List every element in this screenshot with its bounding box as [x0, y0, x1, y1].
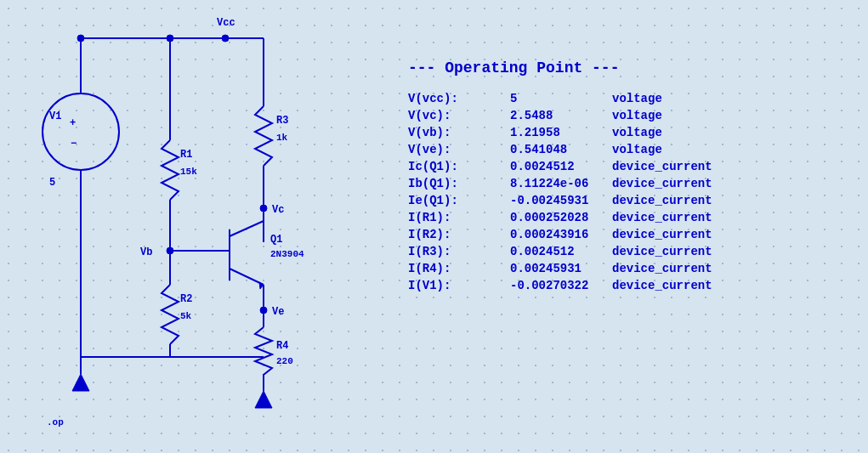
- result-label-9: I(R3):: [408, 243, 493, 260]
- result-label-3: V(ve):: [408, 141, 493, 158]
- r1-label: R1: [180, 149, 192, 161]
- q1-label: Q1: [270, 234, 282, 246]
- result-row-0: V(vcc):5voltage: [408, 90, 712, 107]
- vb-label: Vb: [140, 246, 152, 258]
- result-unit-3: voltage: [604, 141, 712, 158]
- result-unit-6: device_current: [604, 192, 712, 209]
- result-unit-4: device_current: [604, 158, 712, 175]
- op-command: .op: [47, 417, 64, 428]
- result-unit-0: voltage: [604, 90, 712, 107]
- result-label-1: V(vc):: [408, 107, 493, 124]
- v1-symbol: [43, 93, 119, 170]
- r1-symbol: [162, 140, 179, 200]
- v1-plus: +: [70, 117, 76, 129]
- result-row-5: Ib(Q1):8.11224e-06device_current: [408, 175, 712, 192]
- ground-right: [255, 391, 272, 408]
- result-unit-2: voltage: [604, 124, 712, 141]
- result-unit-10: device_current: [604, 260, 712, 277]
- result-unit-9: device_current: [604, 243, 712, 260]
- result-unit-11: device_current: [604, 277, 712, 294]
- result-value-1: 2.5488: [493, 107, 604, 124]
- result-unit-5: device_current: [604, 175, 712, 192]
- result-value-9: 0.0024512: [493, 243, 604, 260]
- results-table: V(vcc):5voltageV(vc):2.5488voltageV(vb):…: [408, 90, 712, 294]
- r1-value: 15k: [180, 167, 197, 177]
- v1-label: V1: [49, 110, 61, 122]
- r3-value: 1k: [276, 133, 288, 143]
- result-label-7: I(R1):: [408, 209, 493, 226]
- result-value-5: 8.11224e-06: [493, 175, 604, 192]
- result-row-3: V(ve):0.541048voltage: [408, 141, 712, 158]
- v1-value: 5: [49, 177, 55, 189]
- ve-label: Ve: [272, 306, 284, 318]
- result-label-11: I(V1):: [408, 277, 493, 294]
- result-value-0: 5: [493, 90, 604, 107]
- r4-label: R4: [276, 340, 288, 352]
- result-value-6: -0.00245931: [493, 192, 604, 209]
- results-title: --- Operating Point ---: [408, 59, 850, 76]
- result-row-9: I(R3):0.0024512device_current: [408, 243, 712, 260]
- result-value-4: 0.0024512: [493, 158, 604, 175]
- result-unit-1: voltage: [604, 107, 712, 124]
- svg-line-15: [230, 221, 264, 236]
- result-label-2: V(vb):: [408, 124, 493, 141]
- r2-symbol: [162, 285, 179, 344]
- r2-value: 5k: [180, 311, 192, 321]
- result-row-2: V(vb):1.21958voltage: [408, 124, 712, 141]
- result-unit-8: device_current: [604, 226, 712, 243]
- result-row-6: Ie(Q1):-0.00245931device_current: [408, 192, 712, 209]
- circuit-diagram: Vcc V1 + − 5 R1 15k Vb R2 5k R3 1k Vc: [0, 0, 391, 453]
- result-row-1: V(vc):2.5488voltage: [408, 107, 712, 124]
- ground-left: [72, 374, 89, 391]
- result-value-10: 0.00245931: [493, 260, 604, 277]
- results-panel: --- Operating Point --- V(vcc):5voltageV…: [391, 51, 867, 303]
- result-row-11: I(V1):-0.00270322device_current: [408, 277, 712, 294]
- result-row-10: I(R4):0.00245931device_current: [408, 260, 712, 277]
- result-label-8: I(R2):: [408, 226, 493, 243]
- result-label-5: Ib(Q1):: [408, 175, 493, 192]
- result-value-8: 0.000243916: [493, 226, 604, 243]
- result-value-11: -0.00270322: [493, 277, 604, 294]
- result-label-10: I(R4):: [408, 260, 493, 277]
- r4-symbol: [255, 327, 272, 375]
- vcc-label: Vcc: [217, 17, 235, 29]
- r2-label: R2: [180, 293, 192, 305]
- result-row-8: I(R2):0.000243916device_current: [408, 226, 712, 243]
- result-unit-7: device_current: [604, 209, 712, 226]
- result-value-7: 0.000252028: [493, 209, 604, 226]
- result-label-0: V(vcc):: [408, 90, 493, 107]
- result-label-4: Ic(Q1):: [408, 158, 493, 175]
- result-value-2: 1.21958: [493, 124, 604, 141]
- result-row-7: I(R1):0.000252028device_current: [408, 209, 712, 226]
- vc-label: Vc: [272, 204, 284, 216]
- svg-line-16: [230, 269, 264, 285]
- r3-label: R3: [276, 115, 288, 127]
- result-label-6: Ie(Q1):: [408, 192, 493, 209]
- q1-type: 2N3904: [270, 249, 304, 259]
- r4-value: 220: [276, 356, 293, 366]
- v1-minus: −: [71, 138, 77, 150]
- result-value-3: 0.541048: [493, 141, 604, 158]
- r3-symbol: [255, 106, 272, 166]
- result-row-4: Ic(Q1):0.0024512device_current: [408, 158, 712, 175]
